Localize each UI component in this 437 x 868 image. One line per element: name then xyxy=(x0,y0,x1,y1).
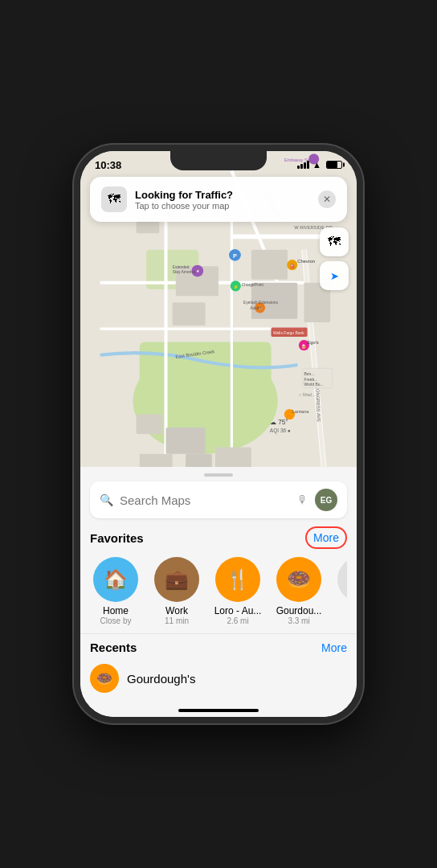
map-area[interactable]: HAYWOOD AVE W RIVERSIDE DR S CONGRESS AV… xyxy=(80,151,357,467)
svg-text:Ben...: Ben... xyxy=(304,372,314,376)
bottom-sheet: 🔍 🎙 EG Favorites More 🏠 Home Close by xyxy=(80,467,357,717)
favorite-home-sublabel: Close by xyxy=(100,616,132,625)
favorites-section: Favorites More 🏠 Home Close by 💼 Work 11 xyxy=(80,526,357,633)
svg-text:⚡: ⚡ xyxy=(233,284,239,290)
svg-text:ChargePoint: ChargePoint xyxy=(242,283,264,287)
sheet-handle xyxy=(204,473,233,477)
svg-text:🍺: 🍺 xyxy=(301,344,307,350)
recents-title: Recents xyxy=(90,641,137,654)
favorites-header: Favorites More xyxy=(90,526,347,549)
svg-text:Stay America: Stay America xyxy=(173,270,196,274)
svg-rect-18 xyxy=(166,428,206,454)
svg-text:World Bu...: World Bu... xyxy=(304,383,323,387)
favorite-gourdough-label: Gourdou... xyxy=(276,605,322,616)
status-time: 10:38 xyxy=(95,159,121,171)
recents-section: Recents More 🍩 Gourdough's xyxy=(80,633,357,698)
svg-text:Ego's: Ego's xyxy=(308,340,319,345)
status-icons: ▲ xyxy=(297,160,342,170)
user-avatar[interactable]: EG xyxy=(315,489,337,511)
phone-frame: 10:38 ▲ xyxy=(74,145,363,723)
recent-gourdough[interactable]: 🍩 Gourdough's xyxy=(90,659,347,698)
svg-text:○ Mad...: ○ Mad... xyxy=(299,392,316,397)
notification-content: 🗺 Looking for Traffic? Tap to choose you… xyxy=(101,186,233,212)
home-indicator xyxy=(80,698,357,717)
svg-rect-14 xyxy=(251,250,288,280)
favorites-more-button[interactable]: More xyxy=(305,526,347,549)
svg-text:Eyelash Extensions: Eyelash Extensions xyxy=(243,301,278,305)
svg-text:P: P xyxy=(233,252,237,260)
notification-banner[interactable]: 🗺 Looking for Traffic? Tap to choose you… xyxy=(90,177,347,222)
location-button[interactable]: ➤ xyxy=(320,261,349,290)
favorite-home[interactable]: 🏠 Home Close by xyxy=(90,557,141,625)
gourdough-icon: 🍩 xyxy=(276,557,321,602)
favorite-work[interactable]: 💼 Work 11 min xyxy=(151,557,202,625)
search-input[interactable] xyxy=(120,493,291,507)
search-bar[interactable]: 🔍 🎙 EG xyxy=(90,481,347,518)
add-favorite-icon: + xyxy=(337,557,347,602)
favorite-loro-label: Loro - Au... xyxy=(214,605,262,616)
battery-icon xyxy=(326,161,342,169)
home-bar xyxy=(178,709,259,712)
favorite-gourdough-sublabel: 3.3 mi xyxy=(288,616,309,625)
recents-more-button[interactable]: More xyxy=(321,641,347,654)
wifi-icon: ▲ xyxy=(312,160,321,170)
svg-rect-20 xyxy=(186,454,212,467)
microphone-icon[interactable]: 🎙 xyxy=(297,493,308,506)
favorite-loro[interactable]: 🍴 Loro - Au... 2.6 mi xyxy=(212,557,263,625)
svg-text:Austin: Austin xyxy=(250,306,261,310)
loro-icon: 🍴 xyxy=(215,557,260,602)
recents-header: Recents More xyxy=(90,641,347,654)
svg-text:☁ 75°: ☁ 75° xyxy=(270,419,288,426)
svg-rect-17 xyxy=(137,415,163,435)
svg-rect-19 xyxy=(140,454,173,467)
notification-title: Looking for Traffic? xyxy=(135,189,233,201)
maps-app-icon: 🗺 xyxy=(101,186,127,212)
svg-text:⛽: ⛽ xyxy=(290,264,296,269)
home-icon: 🏠 xyxy=(93,557,138,602)
notification-subtitle: Tap to choose your map xyxy=(135,201,233,211)
svg-text:Wells Fargo Bank: Wells Fargo Bank xyxy=(273,331,304,335)
favorites-title: Favorites xyxy=(90,531,144,545)
svg-text:Chevron: Chevron xyxy=(297,259,315,264)
notch xyxy=(170,151,267,170)
favorites-list: 🏠 Home Close by 💼 Work 11 min 🍴 Loro - A… xyxy=(90,557,347,625)
map-controls: 🗺 ➤ xyxy=(320,227,349,290)
notification-text: Looking for Traffic? Tap to choose your … xyxy=(135,189,233,211)
svg-text:Freeb...: Freeb... xyxy=(304,378,317,382)
favorite-home-label: Home xyxy=(103,605,129,616)
signal-icon xyxy=(297,161,309,169)
favorite-gourdough[interactable]: 🍩 Gourdou... 3.3 mi xyxy=(273,557,325,625)
favorite-work-label: Work xyxy=(165,605,188,616)
map-layers-button[interactable]: 🗺 xyxy=(320,227,349,256)
recent-gourdough-icon: 🍩 xyxy=(90,664,119,693)
svg-text:AQI 36 ●: AQI 36 ● xyxy=(270,428,291,434)
notification-close-button[interactable]: ✕ xyxy=(318,190,336,208)
svg-rect-21 xyxy=(215,447,251,467)
favorite-work-sublabel: 11 min xyxy=(165,616,189,625)
search-icon: 🔍 xyxy=(100,493,113,506)
svg-text:Lantana: Lantana xyxy=(292,409,309,414)
svg-rect-12 xyxy=(173,302,206,326)
svg-text:Extended: Extended xyxy=(173,265,190,269)
favorite-loro-sublabel: 2.6 mi xyxy=(227,616,248,625)
recent-gourdough-name: Gourdough's xyxy=(127,672,195,686)
work-icon: 💼 xyxy=(154,557,199,602)
favorite-add[interactable]: + Add xyxy=(334,557,347,625)
phone-screen: 10:38 ▲ xyxy=(80,151,357,717)
